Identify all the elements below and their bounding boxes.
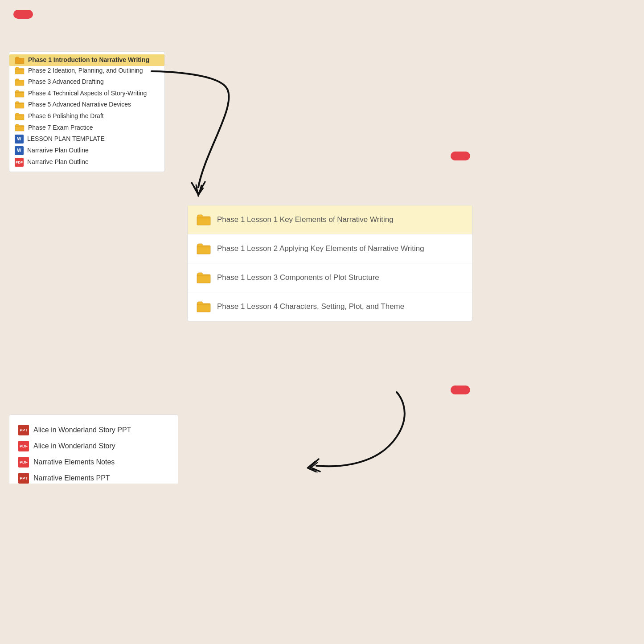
material-item[interactable]: PPTAlice in Wonderland Story PPT <box>18 422 169 438</box>
phase-list-label: Phase 7 Exam Practice <box>28 123 93 132</box>
materials-panel: PPTAlice in Wonderland Story PPTPDFAlice… <box>9 414 178 484</box>
lesson-label: Phase 1 Lesson 1 Key Elements of Narrati… <box>217 215 394 224</box>
folder-icon <box>15 90 25 98</box>
phase-list-item[interactable]: WNarrarive Plan Outline <box>15 145 159 156</box>
pdf-icon: PDF <box>18 457 29 468</box>
phase-list-label: Phase 1 Introduction to Narrative Writin… <box>28 56 149 65</box>
phase-list-item[interactable]: PDFNarrarive Plan Outline <box>15 156 159 168</box>
phase-list-item[interactable]: Phase 3 Advanced Drafting <box>15 76 159 88</box>
word-icon: W <box>15 146 24 155</box>
material-label: Alice in Wonderland Story <box>33 442 115 450</box>
word-icon: W <box>15 135 24 144</box>
unit-phases-badge <box>13 10 33 19</box>
ppt-icon: PPT <box>18 425 29 435</box>
arrow-lessons-to-materials <box>290 383 432 472</box>
folder-icon <box>15 101 25 109</box>
ppt-icon: PPT <box>18 473 29 484</box>
material-item[interactable]: PDFAlice in Wonderland Story <box>18 438 169 454</box>
lesson-folder-icon <box>197 213 211 226</box>
folder-icon <box>15 66 25 74</box>
lesson-item[interactable]: Phase 1 Lesson 4 Characters, Setting, Pl… <box>188 292 472 321</box>
lesson-item[interactable]: Phase 1 Lesson 2 Applying Key Elements o… <box>188 234 472 263</box>
phase-list-item[interactable]: Phase 6 Polishing the Draft <box>15 111 159 122</box>
phase-list-label: Phase 5 Advanced Narrative Devices <box>28 100 131 109</box>
phase-list-label: Narrarive Plan Outline <box>27 158 89 167</box>
lesson-label: Phase 1 Lesson 2 Applying Key Elements o… <box>217 244 424 253</box>
phase-list-item[interactable]: Phase 1 Introduction to Narrative Writin… <box>9 54 164 66</box>
phase-list-label: LESSON PLAN TEMPLATE <box>27 135 105 144</box>
lesson-label: Phase 1 Lesson 3 Components of Plot Stru… <box>217 273 379 282</box>
material-label: Alice in Wonderland Story PPT <box>33 426 131 434</box>
phase-list-item[interactable]: Phase 7 Exam Practice <box>15 122 159 134</box>
pdf-icon: PDF <box>18 441 29 451</box>
phase-list-item[interactable]: Phase 4 Technical Aspects of Story-Writi… <box>15 88 159 99</box>
lesson-folder-icon <box>197 300 211 313</box>
phase-list-label: Narrarive Plan Outline <box>27 146 89 155</box>
folder-icon <box>15 123 25 131</box>
phase-list-label: Phase 3 Advanced Drafting <box>28 78 104 86</box>
lesson-item[interactable]: Phase 1 Lesson 1 Key Elements of Narrati… <box>188 205 472 234</box>
pdf-icon: PDF <box>15 158 24 167</box>
material-item[interactable]: PDFNarrative Elements Notes <box>18 454 169 470</box>
lessons-panel: Phase 1 Lesson 1 Key Elements of Narrati… <box>187 205 472 321</box>
phases-lessons-badge <box>451 152 470 160</box>
folder-icon <box>15 78 25 86</box>
phase-list-item[interactable]: Phase 2 Ideation, Planning, and Outlinin… <box>15 65 159 77</box>
phase-list-label: Phase 2 Ideation, Planning, and Outlinin… <box>28 66 143 75</box>
lesson-materials-badge <box>451 386 470 394</box>
lesson-folder-icon <box>197 271 211 284</box>
phase-list-panel: Phase 1 Introduction to Narrative Writin… <box>9 51 165 172</box>
material-label: Narrative Elements Notes <box>33 458 115 466</box>
lesson-label: Phase 1 Lesson 4 Characters, Setting, Pl… <box>217 302 404 311</box>
lesson-folder-icon <box>197 242 211 255</box>
lesson-item[interactable]: Phase 1 Lesson 3 Components of Plot Stru… <box>188 263 472 292</box>
material-item[interactable]: PPTNarrative Elements PPT <box>18 470 169 484</box>
folder-icon <box>15 112 25 120</box>
phase-list-label: Phase 4 Technical Aspects of Story-Writi… <box>28 89 147 98</box>
folder-icon <box>15 56 25 64</box>
phase-list-item[interactable]: Phase 5 Advanced Narrative Devices <box>15 99 159 111</box>
material-label: Narrative Elements PPT <box>33 474 110 482</box>
phase-list-item[interactable]: WLESSON PLAN TEMPLATE <box>15 133 159 145</box>
phase-list-label: Phase 6 Polishing the Draft <box>28 112 104 121</box>
